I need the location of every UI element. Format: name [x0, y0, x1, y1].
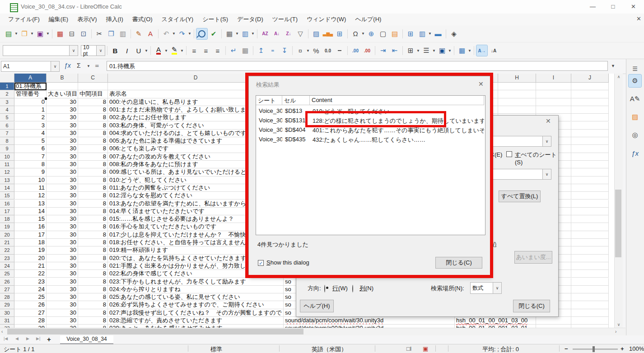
cell[interactable]: 27 — [14, 309, 47, 317]
close-button[interactable]: ✕ — [623, 0, 644, 14]
chevron-down-icon[interactable]: ▼ — [180, 49, 184, 53]
cell[interactable]: 4 — [14, 130, 47, 137]
insert-chart-icon[interactable]: ▃▆▄ — [322, 28, 333, 39]
cell[interactable]: 8 — [78, 293, 108, 301]
chevron-down-icon[interactable]: ▼ — [361, 32, 365, 36]
row-header-15[interactable]: 15 — [0, 192, 14, 200]
cell[interactable]: 26 — [14, 301, 47, 309]
chevron-down-icon[interactable]: ▼ — [46, 32, 50, 36]
cell[interactable]: 30 — [47, 208, 78, 215]
cell[interactable]: 8 — [78, 176, 108, 184]
sheet-tab[interactable]: Voice_30_08_34 — [60, 335, 113, 345]
format-date-icon[interactable] — [334, 45, 345, 56]
border-color-icon[interactable]: ▣ — [437, 45, 448, 56]
cell[interactable]: 30 — [47, 168, 78, 176]
cell[interactable] — [571, 200, 609, 208]
undo-icon[interactable]: ↶ — [161, 28, 172, 39]
cell[interactable]: 30 — [47, 114, 78, 121]
font-name-combo[interactable]: ∨ — [3, 45, 78, 56]
cell[interactable] — [78, 83, 108, 90]
cell[interactable] — [571, 239, 609, 246]
help-button[interactable]: ヘルプ(H) — [300, 300, 334, 312]
cell[interactable]: 30 — [47, 301, 78, 309]
menu-item[interactable]: ヘルプ(H) — [350, 14, 386, 25]
center-vertically-icon[interactable]: ＝ — [267, 45, 278, 56]
menu-item[interactable]: 表示(V) — [73, 14, 101, 25]
save-icon[interactable]: ▣ — [35, 28, 46, 39]
cell[interactable]: sound/data/pcm/c00/b/wait/30.unity3d — [284, 325, 455, 328]
cell[interactable]: 8 — [78, 239, 108, 246]
cell[interactable]: 8 — [78, 270, 108, 278]
cell[interactable] — [571, 184, 609, 192]
cell[interactable]: 中間項目 — [78, 90, 108, 98]
cell[interactable] — [571, 270, 609, 278]
close-document-icon[interactable]: ✕ — [636, 15, 641, 22]
search-in-combo[interactable]: 数式∨ — [470, 282, 502, 294]
highlight-color-icon[interactable]: ✎ — [169, 45, 180, 56]
cell[interactable] — [571, 122, 609, 130]
selection-mode-icon[interactable]: □I — [406, 345, 411, 352]
row-header-3[interactable]: 3 — [0, 98, 14, 106]
zoom-in-icon[interactable]: + — [621, 345, 624, 352]
cell[interactable] — [571, 325, 609, 328]
cell[interactable] — [571, 192, 609, 200]
font-size-combo[interactable]: 10 pt∨ — [81, 45, 105, 56]
cell[interactable]: 30 — [47, 122, 78, 130]
cell[interactable]: 30 — [47, 278, 78, 286]
cell[interactable]: 15 — [14, 215, 47, 223]
chevron-down-icon[interactable]: ▼ — [235, 32, 239, 36]
cell[interactable]: 13 — [14, 200, 47, 208]
cell[interactable]: 024:今から搾りとりますね — [108, 286, 284, 293]
sort-descending-icon[interactable]: Z↓ — [283, 28, 294, 39]
cell[interactable]: 30 — [47, 161, 78, 168]
cell[interactable] — [536, 325, 571, 328]
spelling-icon[interactable]: ✔ — [208, 28, 219, 39]
cell[interactable] — [571, 137, 609, 145]
cell[interactable]: 8 — [78, 317, 108, 325]
row-header-6[interactable]: 6 — [0, 122, 14, 130]
cell[interactable] — [571, 278, 609, 286]
menu-item[interactable]: ウィンドウ(W) — [302, 14, 350, 25]
cell[interactable]: 028:恐縮ですが、責めさせていただきます — [108, 317, 284, 325]
row-header-16[interactable]: 16 — [0, 200, 14, 208]
cell[interactable] — [571, 168, 609, 176]
menu-item[interactable]: 編集(E) — [44, 14, 73, 25]
scroll-left-icon[interactable]: ‹ — [1, 329, 3, 334]
cell[interactable]: 30 — [47, 317, 78, 325]
cell[interactable]: hsh_00_01_00_001_03_00 — [455, 317, 476, 325]
cell[interactable]: 23 — [14, 278, 47, 286]
cell[interactable]: 30 — [47, 231, 78, 239]
borders-icon[interactable]: ⊞ — [405, 45, 416, 56]
insert-comment-icon[interactable]: ▢ — [378, 28, 388, 39]
zoom-slider-thumb[interactable] — [593, 346, 595, 352]
copy-icon[interactable]: ❐ — [106, 28, 117, 39]
cell[interactable]: 7 — [14, 153, 47, 161]
chevron-down-icon[interactable]: ▼ — [30, 32, 34, 36]
cell[interactable]: 30 — [47, 255, 78, 262]
direction-cols-radio[interactable] — [352, 285, 353, 293]
cell[interactable]: 8 — [78, 130, 108, 137]
cell[interactable]: 8 — [78, 168, 108, 176]
underline-icon[interactable]: U — [133, 45, 144, 56]
cell[interactable] — [571, 153, 609, 161]
cell[interactable]: 01.待機系 — [14, 83, 47, 90]
font-color-icon[interactable]: A — [153, 45, 164, 56]
cell[interactable] — [571, 246, 609, 254]
cell[interactable] — [536, 317, 571, 325]
chevron-down-icon[interactable]: ∨ — [542, 169, 551, 179]
close-dialog-button[interactable]: 閉じる(C) — [513, 300, 550, 312]
headers-footers-icon[interactable]: ▤ — [389, 28, 400, 39]
menu-item[interactable]: 書式(O) — [128, 14, 157, 25]
minimize-button[interactable]: — — [583, 0, 603, 14]
align-center-icon[interactable]: ≡ — [201, 45, 211, 56]
open-folder-icon[interactable]: ❐ — [19, 28, 30, 39]
add-sheet-button[interactable]: + — [47, 335, 51, 343]
cell[interactable]: 大きい項目 — [47, 90, 78, 98]
cell[interactable]: 8 — [78, 98, 108, 106]
cell[interactable] — [571, 106, 609, 114]
cell[interactable]: 8 — [78, 223, 108, 231]
draw-functions-icon[interactable]: ◈ — [448, 28, 459, 39]
scroll-right-icon[interactable]: › — [615, 329, 616, 334]
menu-item[interactable]: シート(S) — [198, 14, 233, 25]
hyperlink-icon[interactable]: ⊕ — [366, 28, 377, 39]
